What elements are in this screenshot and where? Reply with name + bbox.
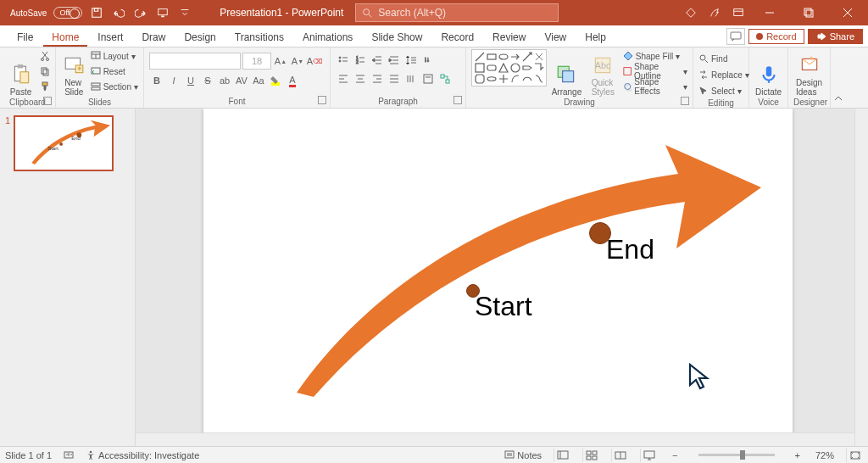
increase-indent-icon[interactable] xyxy=(387,53,402,68)
slide-sorter-icon[interactable] xyxy=(582,449,599,462)
redo-icon[interactable] xyxy=(133,5,148,20)
increase-font-icon[interactable]: A▲ xyxy=(273,53,288,69)
align-center-icon[interactable] xyxy=(353,71,368,86)
horizontal-scrollbar[interactable] xyxy=(136,432,854,446)
close-button[interactable] xyxy=(832,0,863,25)
slide-canvas[interactable]: Start End xyxy=(203,109,793,439)
end-text[interactable]: End xyxy=(606,234,654,265)
collapse-ribbon-icon[interactable] xyxy=(831,47,846,108)
language-indicator[interactable] xyxy=(64,450,74,460)
select-button[interactable]: Select ▾ xyxy=(698,84,749,98)
tab-insert[interactable]: Insert xyxy=(89,28,131,47)
paste-button[interactable]: Paste xyxy=(5,49,36,97)
slide-thumbnail-1[interactable]: Start End xyxy=(14,115,114,171)
slideshow-view-icon[interactable] xyxy=(640,449,657,462)
font-name-combo[interactable] xyxy=(149,53,241,70)
align-right-icon[interactable] xyxy=(370,71,385,86)
thumbnail-pane[interactable]: 1 Start End xyxy=(0,109,136,446)
tab-draw[interactable]: Draw xyxy=(133,28,174,47)
normal-view-icon[interactable] xyxy=(554,449,570,462)
diamond-icon[interactable] xyxy=(683,5,698,20)
shape-effects-button[interactable]: Shape Effects ▾ xyxy=(623,80,687,93)
save-icon[interactable] xyxy=(89,5,104,20)
shape-fill-button[interactable]: Shape Fill ▾ xyxy=(623,49,687,63)
fit-to-window-icon[interactable] xyxy=(846,449,863,462)
qat-customize-icon[interactable] xyxy=(177,5,192,20)
underline-icon[interactable]: U xyxy=(183,73,198,88)
zoom-out-button[interactable]: − xyxy=(669,450,681,460)
shadow-icon[interactable]: ab xyxy=(217,73,232,88)
format-painter-button[interactable] xyxy=(40,80,50,93)
layout-button[interactable]: Layout ▾ xyxy=(91,49,138,63)
highlight-icon[interactable] xyxy=(268,73,283,88)
justify-icon[interactable] xyxy=(387,71,402,86)
notes-button[interactable]: Notes xyxy=(504,450,542,460)
replace-button[interactable]: Replace ▾ xyxy=(698,68,749,81)
text-direction-icon[interactable]: l↓ xyxy=(420,53,436,68)
tab-review[interactable]: Review xyxy=(484,28,534,47)
shape-outline-button[interactable]: Shape Outline ▾ xyxy=(623,64,687,78)
find-button[interactable]: Find xyxy=(698,52,749,65)
curved-arrow-shape[interactable] xyxy=(288,138,763,401)
new-slide-button[interactable]: ✶ New Slide xyxy=(61,49,87,97)
strikethrough-icon[interactable]: S xyxy=(200,73,215,88)
clear-formatting-icon[interactable]: A⌫ xyxy=(307,53,322,69)
dialog-launcher-icon[interactable] xyxy=(453,96,462,104)
design-ideas-button[interactable]: Design Ideas xyxy=(793,49,825,97)
decrease-font-icon[interactable]: A▼ xyxy=(290,53,305,69)
undo-icon[interactable] xyxy=(111,5,126,20)
autosave-toggle[interactable]: Off xyxy=(53,7,82,19)
character-spacing-icon[interactable]: AV xyxy=(234,73,249,88)
comments-button[interactable] xyxy=(726,28,745,45)
cut-button[interactable] xyxy=(40,49,50,63)
copy-button[interactable] xyxy=(40,64,50,78)
italic-icon[interactable]: I xyxy=(166,73,181,88)
start-text[interactable]: Start xyxy=(475,291,532,322)
decrease-indent-icon[interactable] xyxy=(370,53,385,68)
tab-design[interactable]: Design xyxy=(175,28,224,47)
slide-counter[interactable]: Slide 1 of 1 xyxy=(5,450,52,460)
zoom-slider[interactable] xyxy=(698,454,775,456)
bold-icon[interactable]: B xyxy=(149,73,164,88)
arrange-button[interactable]: Arrange xyxy=(550,49,583,97)
share-button[interactable]: Share xyxy=(808,29,863,44)
accessibility-checker[interactable]: Accessibility: Investigate xyxy=(86,450,199,460)
tab-home[interactable]: Home xyxy=(43,28,87,47)
dictate-button[interactable]: Dictate xyxy=(754,49,782,97)
numbering-icon[interactable]: 12 xyxy=(353,53,368,68)
tab-file[interactable]: File xyxy=(8,28,42,47)
columns-icon[interactable] xyxy=(403,71,419,86)
font-color-icon[interactable]: A xyxy=(285,73,300,88)
record-button[interactable]: Record xyxy=(748,29,804,44)
maximize-button[interactable] xyxy=(793,0,824,25)
reset-button[interactable]: Reset xyxy=(91,64,138,78)
search-box[interactable]: Search (Alt+Q) xyxy=(355,3,559,22)
bullets-icon[interactable] xyxy=(336,53,351,68)
change-case-icon[interactable]: Aa xyxy=(251,73,266,88)
tab-view[interactable]: View xyxy=(536,28,575,47)
coming-soon-icon[interactable] xyxy=(707,5,722,20)
dialog-launcher-icon[interactable] xyxy=(681,97,689,105)
font-size-combo[interactable]: 18 xyxy=(242,53,271,70)
reading-view-icon[interactable] xyxy=(611,449,628,462)
zoom-in-button[interactable]: + xyxy=(792,450,804,460)
tab-help[interactable]: Help xyxy=(576,28,615,47)
tab-slideshow[interactable]: Slide Show xyxy=(363,28,431,47)
zoom-level[interactable]: 72% xyxy=(815,450,834,460)
section-button[interactable]: Section ▾ xyxy=(91,80,138,93)
slide-editor[interactable]: Start End xyxy=(136,109,868,446)
vertical-scrollbar[interactable] xyxy=(854,109,868,446)
align-text-icon[interactable] xyxy=(420,71,436,86)
align-left-icon[interactable] xyxy=(336,71,351,86)
line-spacing-icon[interactable] xyxy=(403,53,419,68)
tab-animations[interactable]: Animations xyxy=(294,28,361,47)
dialog-launcher-icon[interactable] xyxy=(43,97,52,105)
smartart-icon[interactable] xyxy=(437,71,453,86)
tab-record[interactable]: Record xyxy=(432,28,482,47)
shapes-gallery[interactable] xyxy=(471,49,547,86)
tab-transitions[interactable]: Transitions xyxy=(226,28,292,47)
minimize-button[interactable] xyxy=(754,0,785,25)
dialog-launcher-icon[interactable] xyxy=(318,96,326,104)
quick-styles-button[interactable]: Abc Quick Styles xyxy=(587,49,620,97)
start-from-beginning-icon[interactable] xyxy=(155,5,170,20)
